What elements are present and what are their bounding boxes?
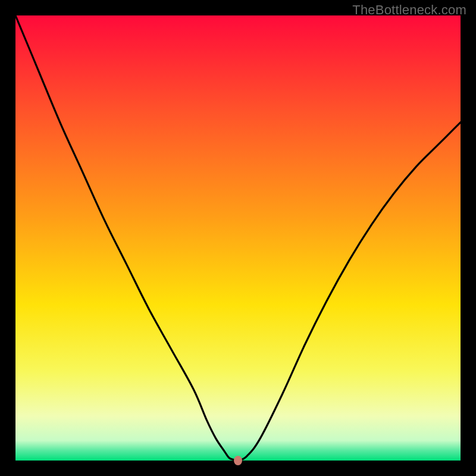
watermark-text: TheBottleneck.com <box>352 2 466 18</box>
bottleneck-chart-svg <box>0 0 476 476</box>
chart-frame: TheBottleneck.com <box>0 0 476 476</box>
optimum-marker <box>234 456 242 465</box>
plot-background <box>15 15 461 461</box>
